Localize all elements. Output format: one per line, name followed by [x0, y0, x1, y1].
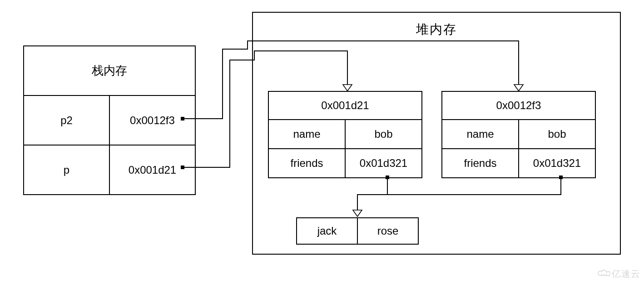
svg-point-8 — [604, 274, 604, 275]
watermark: 亿速云 — [597, 268, 640, 280]
svg-point-9 — [606, 274, 607, 275]
field-value: bob — [519, 120, 595, 149]
heap-object-2: 0x0012f3 name bob friends 0x01d321 — [441, 91, 596, 178]
table-row: friends 0x01d321 — [268, 149, 422, 178]
field-key: name — [442, 120, 519, 149]
field-value: 0x01d321 — [345, 149, 422, 178]
stack-var-name: p2 — [24, 95, 109, 145]
heap-object-1: 0x001d21 name bob friends 0x01d321 — [268, 91, 422, 178]
svg-point-7 — [601, 274, 602, 275]
field-value: bob — [345, 120, 422, 149]
field-key: friends — [268, 149, 345, 178]
heap-title: 堆内存 — [253, 21, 620, 38]
field-key: name — [268, 120, 345, 149]
diagram-canvas: 栈内存 p2 0x0012f3 p 0x001d21 堆内存 0x001d21 … — [0, 0, 644, 281]
table-row: p 0x001d21 — [24, 145, 195, 195]
table-row: p2 0x0012f3 — [24, 95, 195, 145]
field-key: friends — [442, 149, 519, 178]
stack-var-value: 0x0012f3 — [109, 95, 195, 145]
stack-var-name: p — [24, 145, 109, 195]
stack-var-value: 0x001d21 — [109, 145, 195, 195]
watermark-text: 亿速云 — [612, 269, 640, 279]
heap-array: jack rose — [296, 217, 419, 245]
object-address: 0x001d21 — [268, 91, 422, 120]
array-item: jack — [297, 218, 357, 244]
cloud-icon — [597, 269, 610, 280]
array-item: rose — [357, 218, 418, 244]
stack-title: 栈内存 — [24, 46, 195, 95]
table-row: jack rose — [297, 218, 418, 244]
object-address: 0x0012f3 — [442, 91, 595, 120]
table-row: name bob — [442, 120, 595, 149]
stack-memory-table: 栈内存 p2 0x0012f3 p 0x001d21 — [23, 45, 196, 195]
table-row: friends 0x01d321 — [442, 149, 595, 178]
table-row: name bob — [268, 120, 422, 149]
field-value: 0x01d321 — [519, 149, 595, 178]
